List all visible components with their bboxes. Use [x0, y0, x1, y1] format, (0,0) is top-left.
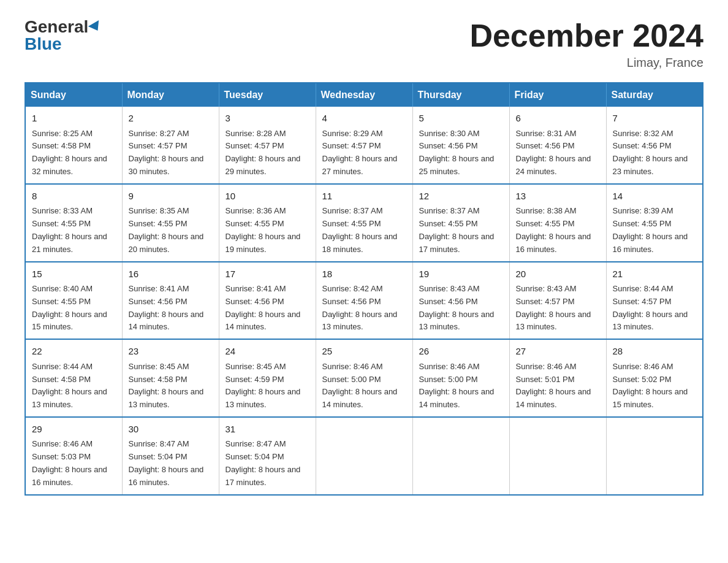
day-number: 1	[32, 112, 116, 126]
header-thursday: Thursday	[412, 83, 509, 107]
day-number: 6	[516, 112, 600, 126]
day-cell-19: 19 Sunrise: 8:43 AMSunset: 4:56 PMDaylig…	[412, 262, 509, 340]
day-info: Sunrise: 8:45 AMSunset: 4:58 PMDaylight:…	[129, 362, 204, 409]
week-row-1: 1 Sunrise: 8:25 AMSunset: 4:58 PMDayligh…	[25, 107, 703, 184]
day-number: 10	[226, 190, 309, 204]
empty-cell	[606, 417, 703, 495]
day-info: Sunrise: 8:46 AMSunset: 5:03 PMDaylight:…	[32, 439, 107, 486]
day-cell-16: 16 Sunrise: 8:41 AMSunset: 4:56 PMDaylig…	[122, 262, 219, 340]
day-info: Sunrise: 8:44 AMSunset: 4:57 PMDaylight:…	[613, 284, 688, 331]
day-number: 8	[32, 190, 116, 204]
day-cell-12: 12 Sunrise: 8:37 AMSunset: 4:55 PMDaylig…	[412, 184, 509, 262]
day-number: 26	[419, 345, 503, 359]
day-cell-20: 20 Sunrise: 8:43 AMSunset: 4:57 PMDaylig…	[509, 262, 606, 340]
day-number: 2	[129, 112, 213, 126]
empty-cell	[412, 417, 509, 495]
day-info: Sunrise: 8:37 AMSunset: 4:55 PMDaylight:…	[419, 206, 495, 253]
day-cell-15: 15 Sunrise: 8:40 AMSunset: 4:55 PMDaylig…	[25, 262, 122, 340]
header-saturday: Saturday	[606, 83, 703, 107]
week-row-3: 15 Sunrise: 8:40 AMSunset: 4:55 PMDaylig…	[25, 262, 703, 340]
day-number: 28	[613, 345, 697, 359]
day-number: 12	[419, 190, 503, 204]
day-number: 13	[516, 190, 600, 204]
day-info: Sunrise: 8:31 AMSunset: 4:56 PMDaylight:…	[516, 129, 591, 176]
day-info: Sunrise: 8:46 AMSunset: 5:00 PMDaylight:…	[322, 362, 398, 409]
day-info: Sunrise: 8:33 AMSunset: 4:55 PMDaylight:…	[32, 206, 107, 253]
logo: General Blue	[25, 18, 102, 53]
calendar-table: SundayMondayTuesdayWednesdayThursdayFrid…	[25, 82, 703, 495]
header-wednesday: Wednesday	[316, 83, 412, 107]
calendar-header-row: SundayMondayTuesdayWednesdayThursdayFrid…	[25, 83, 703, 107]
day-cell-22: 22 Sunrise: 8:44 AMSunset: 4:58 PMDaylig…	[25, 339, 122, 417]
day-info: Sunrise: 8:47 AMSunset: 5:04 PMDaylight:…	[129, 439, 204, 486]
day-info: Sunrise: 8:45 AMSunset: 4:59 PMDaylight:…	[226, 362, 301, 409]
day-number: 15	[32, 267, 116, 282]
day-info: Sunrise: 8:44 AMSunset: 4:58 PMDaylight:…	[32, 362, 107, 409]
day-cell-24: 24 Sunrise: 8:45 AMSunset: 4:59 PMDaylig…	[219, 339, 316, 417]
logo-general-text: General	[25, 18, 88, 36]
day-cell-11: 11 Sunrise: 8:37 AMSunset: 4:55 PMDaylig…	[316, 184, 412, 262]
day-cell-4: 4 Sunrise: 8:29 AMSunset: 4:57 PMDayligh…	[316, 107, 412, 184]
title-area: December 2024 Limay, France	[469, 18, 703, 70]
week-row-4: 22 Sunrise: 8:44 AMSunset: 4:58 PMDaylig…	[25, 339, 703, 417]
page-header: General Blue December 2024 Limay, France	[25, 18, 703, 70]
day-number: 7	[613, 112, 697, 126]
day-cell-10: 10 Sunrise: 8:36 AMSunset: 4:55 PMDaylig…	[219, 184, 316, 262]
day-cell-8: 8 Sunrise: 8:33 AMSunset: 4:55 PMDayligh…	[25, 184, 122, 262]
day-cell-3: 3 Sunrise: 8:28 AMSunset: 4:57 PMDayligh…	[219, 107, 316, 184]
day-info: Sunrise: 8:47 AMSunset: 5:04 PMDaylight:…	[226, 439, 301, 486]
day-cell-31: 31 Sunrise: 8:47 AMSunset: 5:04 PMDaylig…	[219, 417, 316, 495]
day-info: Sunrise: 8:43 AMSunset: 4:57 PMDaylight:…	[516, 284, 591, 331]
day-info: Sunrise: 8:46 AMSunset: 5:02 PMDaylight:…	[613, 362, 688, 409]
header-friday: Friday	[509, 83, 606, 107]
day-number: 14	[613, 190, 697, 204]
day-number: 5	[419, 112, 503, 126]
day-cell-29: 29 Sunrise: 8:46 AMSunset: 5:03 PMDaylig…	[25, 417, 122, 495]
day-number: 29	[32, 423, 116, 437]
day-cell-18: 18 Sunrise: 8:42 AMSunset: 4:56 PMDaylig…	[316, 262, 412, 340]
day-cell-7: 7 Sunrise: 8:32 AMSunset: 4:56 PMDayligh…	[606, 107, 703, 184]
day-cell-28: 28 Sunrise: 8:46 AMSunset: 5:02 PMDaylig…	[606, 339, 703, 417]
day-number: 19	[419, 267, 503, 282]
day-cell-30: 30 Sunrise: 8:47 AMSunset: 5:04 PMDaylig…	[122, 417, 219, 495]
day-number: 20	[516, 267, 600, 282]
day-info: Sunrise: 8:28 AMSunset: 4:57 PMDaylight:…	[226, 129, 301, 176]
logo-triangle-icon	[88, 20, 103, 34]
day-number: 23	[129, 345, 213, 359]
day-info: Sunrise: 8:29 AMSunset: 4:57 PMDaylight:…	[322, 129, 398, 176]
day-cell-27: 27 Sunrise: 8:46 AMSunset: 5:01 PMDaylig…	[509, 339, 606, 417]
day-info: Sunrise: 8:38 AMSunset: 4:55 PMDaylight:…	[516, 206, 591, 253]
empty-cell	[316, 417, 412, 495]
day-number: 11	[322, 190, 406, 204]
day-info: Sunrise: 8:30 AMSunset: 4:56 PMDaylight:…	[419, 129, 495, 176]
day-cell-26: 26 Sunrise: 8:46 AMSunset: 5:00 PMDaylig…	[412, 339, 509, 417]
day-info: Sunrise: 8:37 AMSunset: 4:55 PMDaylight:…	[322, 206, 398, 253]
week-row-5: 29 Sunrise: 8:46 AMSunset: 5:03 PMDaylig…	[25, 417, 703, 495]
day-info: Sunrise: 8:41 AMSunset: 4:56 PMDaylight:…	[226, 284, 301, 331]
day-number: 24	[226, 345, 309, 359]
empty-cell	[509, 417, 606, 495]
day-number: 21	[613, 267, 697, 282]
day-info: Sunrise: 8:32 AMSunset: 4:56 PMDaylight:…	[613, 129, 688, 176]
day-info: Sunrise: 8:39 AMSunset: 4:55 PMDaylight:…	[613, 206, 688, 253]
header-sunday: Sunday	[25, 83, 122, 107]
day-number: 22	[32, 345, 116, 359]
day-number: 18	[322, 267, 406, 282]
day-number: 31	[226, 423, 309, 437]
day-info: Sunrise: 8:46 AMSunset: 5:01 PMDaylight:…	[516, 362, 591, 409]
month-title: December 2024	[469, 18, 703, 53]
day-cell-25: 25 Sunrise: 8:46 AMSunset: 5:00 PMDaylig…	[316, 339, 412, 417]
day-cell-5: 5 Sunrise: 8:30 AMSunset: 4:56 PMDayligh…	[412, 107, 509, 184]
header-monday: Monday	[122, 83, 219, 107]
week-row-2: 8 Sunrise: 8:33 AMSunset: 4:55 PMDayligh…	[25, 184, 703, 262]
day-number: 27	[516, 345, 600, 359]
day-info: Sunrise: 8:35 AMSunset: 4:55 PMDaylight:…	[129, 206, 204, 253]
day-info: Sunrise: 8:27 AMSunset: 4:57 PMDaylight:…	[129, 129, 204, 176]
day-number: 3	[226, 112, 309, 126]
day-info: Sunrise: 8:41 AMSunset: 4:56 PMDaylight:…	[129, 284, 204, 331]
day-number: 25	[322, 345, 406, 359]
location-label: Limay, France	[469, 56, 703, 70]
day-cell-6: 6 Sunrise: 8:31 AMSunset: 4:56 PMDayligh…	[509, 107, 606, 184]
day-info: Sunrise: 8:46 AMSunset: 5:00 PMDaylight:…	[419, 362, 495, 409]
day-number: 4	[322, 112, 406, 126]
